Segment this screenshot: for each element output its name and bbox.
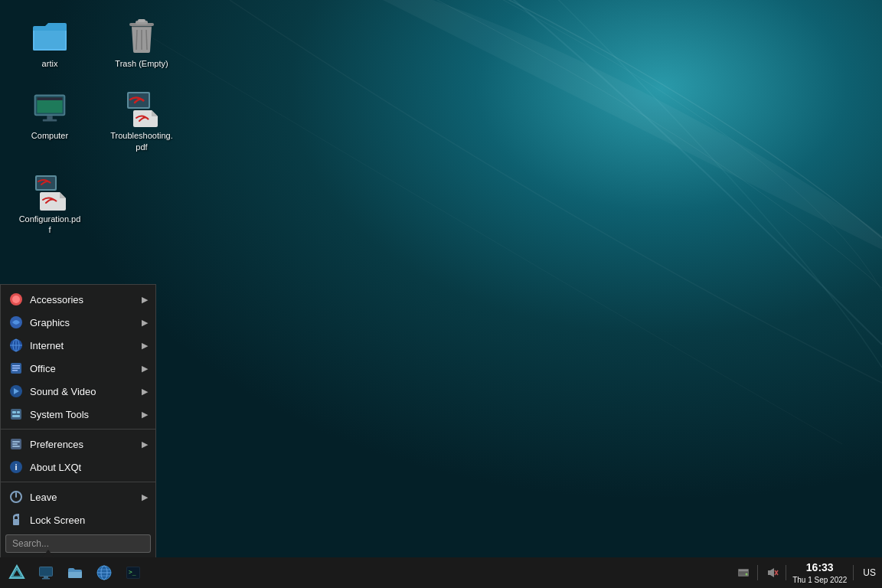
troubleshooting-pdf-icon xyxy=(123,90,160,127)
svg-rect-13 xyxy=(43,119,57,122)
taskbar-date: Thu 1 Sep 2022 xyxy=(792,575,847,585)
desktop-icon-row-0: artix xyxy=(15,15,176,72)
svg-marker-63 xyxy=(768,568,774,577)
svg-rect-38 xyxy=(12,446,20,447)
svg-rect-37 xyxy=(12,443,18,445)
leave-icon xyxy=(8,489,24,505)
preferences-label: Preferences xyxy=(30,439,142,450)
desktop-icon-trash[interactable]: Trash (Empty) xyxy=(107,15,176,72)
screen-app-button[interactable] xyxy=(32,560,60,585)
sound-video-label: Sound & Video xyxy=(30,386,142,397)
system-tools-icon xyxy=(8,407,24,422)
svg-rect-32 xyxy=(12,411,16,413)
svg-rect-36 xyxy=(12,441,20,443)
menu-item-preferences[interactable]: Preferences ▶ xyxy=(1,433,155,456)
taskbar: >_ xyxy=(0,557,882,588)
svg-rect-27 xyxy=(12,368,20,369)
internet-arrow: ▶ xyxy=(142,341,148,351)
desktop: artix xyxy=(0,0,882,588)
desktop-icon-area: artix xyxy=(0,0,191,253)
svg-rect-59 xyxy=(739,570,748,571)
sound-video-arrow: ▶ xyxy=(142,387,148,397)
configuration-icon-label: Configuration.pdf xyxy=(18,214,81,236)
desktop-icon-row-2: Configuration.pdf xyxy=(15,171,176,239)
svg-point-62 xyxy=(746,573,748,576)
menu-separator-2 xyxy=(1,482,155,482)
desktop-icon-row-1: Computer xyxy=(15,87,176,155)
svg-line-4 xyxy=(136,30,137,50)
app-menu: Accessories ▶ Graphics ▶ Internet ▶ Offi… xyxy=(0,284,156,557)
menu-item-system-tools[interactable]: System Tools ▶ xyxy=(1,403,155,426)
menu-item-sound-video[interactable]: Sound & Video ▶ xyxy=(1,380,155,403)
graphics-label: Graphics xyxy=(30,317,142,328)
sound-video-icon xyxy=(8,384,24,399)
tray-separator-2 xyxy=(786,565,786,580)
desktop-icon-troubleshooting[interactable]: Troubleshooting.pdf xyxy=(107,87,176,155)
trash-icon xyxy=(123,18,160,55)
svg-point-19 xyxy=(12,296,20,303)
browser-app-button[interactable] xyxy=(90,560,118,585)
about-lxqt-icon: i xyxy=(8,459,24,475)
desktop-icon-configuration[interactable]: Configuration.pdf xyxy=(15,171,84,239)
files-app-button[interactable] xyxy=(61,560,89,585)
artix-folder-icon xyxy=(31,18,68,55)
lock-screen-icon xyxy=(8,512,24,528)
system-tools-arrow: ▶ xyxy=(142,410,148,420)
svg-rect-26 xyxy=(12,365,20,367)
menu-item-leave[interactable]: Leave ▶ xyxy=(1,485,155,508)
graphics-icon xyxy=(8,315,24,330)
taskbar-clock[interactable]: 16:33 Thu 1 Sep 2022 xyxy=(792,560,847,584)
svg-rect-49 xyxy=(42,578,50,580)
office-icon xyxy=(8,361,24,376)
svg-rect-3 xyxy=(138,19,145,22)
about-lxqt-label: About LXQt xyxy=(30,462,148,473)
menu-item-accessories[interactable]: Accessories ▶ xyxy=(1,288,155,311)
configuration-pdf-icon xyxy=(31,174,68,211)
storage-tray-icon[interactable] xyxy=(736,565,751,580)
taskbar-left: >_ xyxy=(3,560,147,585)
desktop-icon-computer[interactable]: Computer xyxy=(15,87,84,155)
svg-text:>_: >_ xyxy=(129,569,136,576)
svg-rect-48 xyxy=(44,577,48,578)
trash-icon-label: Trash (Empty) xyxy=(115,58,168,69)
tray-separator-3 xyxy=(853,565,854,580)
tray-separator-1 xyxy=(757,565,758,580)
svg-rect-17 xyxy=(37,177,55,189)
desktop-icon-artix[interactable]: artix xyxy=(15,15,84,72)
menu-item-about-lxqt[interactable]: i About LXQt xyxy=(1,456,155,479)
menu-arrow-indicator xyxy=(42,550,54,557)
leave-label: Leave xyxy=(30,492,142,503)
preferences-icon xyxy=(8,436,24,452)
svg-rect-43 xyxy=(13,519,19,525)
accessories-label: Accessories xyxy=(30,294,142,305)
sound-tray-icon[interactable] xyxy=(764,565,779,580)
troubleshooting-icon-label: Troubleshooting.pdf xyxy=(110,130,173,152)
menu-search-input[interactable] xyxy=(5,534,151,553)
artix-logo-button[interactable] xyxy=(3,560,31,585)
menu-item-lock-screen[interactable]: Lock Screen xyxy=(1,508,155,531)
svg-text:i: i xyxy=(15,462,17,472)
menu-item-office[interactable]: Office ▶ xyxy=(1,357,155,380)
svg-rect-34 xyxy=(12,415,20,417)
artix-icon-label: artix xyxy=(42,58,58,69)
preferences-arrow: ▶ xyxy=(142,439,148,449)
accessories-arrow: ▶ xyxy=(142,295,148,305)
svg-rect-33 xyxy=(17,411,20,413)
leave-arrow: ▶ xyxy=(142,492,148,502)
computer-icon-label: Computer xyxy=(31,130,68,141)
office-arrow: ▶ xyxy=(142,364,148,374)
terminal-app-button[interactable]: >_ xyxy=(119,560,147,585)
taskbar-right: 16:33 Thu 1 Sep 2022 US xyxy=(736,560,879,584)
graphics-arrow: ▶ xyxy=(142,318,148,328)
internet-label: Internet xyxy=(30,340,142,351)
taskbar-language[interactable]: US xyxy=(860,566,879,580)
menu-item-graphics[interactable]: Graphics ▶ xyxy=(1,311,155,334)
computer-icon xyxy=(31,90,68,127)
svg-rect-11 xyxy=(37,98,62,101)
svg-rect-28 xyxy=(12,370,18,371)
svg-rect-31 xyxy=(11,409,21,420)
menu-item-internet[interactable]: Internet ▶ xyxy=(1,334,155,357)
svg-rect-60 xyxy=(739,572,748,573)
taskbar-time: 16:33 xyxy=(792,560,847,574)
office-label: Office xyxy=(30,363,142,374)
